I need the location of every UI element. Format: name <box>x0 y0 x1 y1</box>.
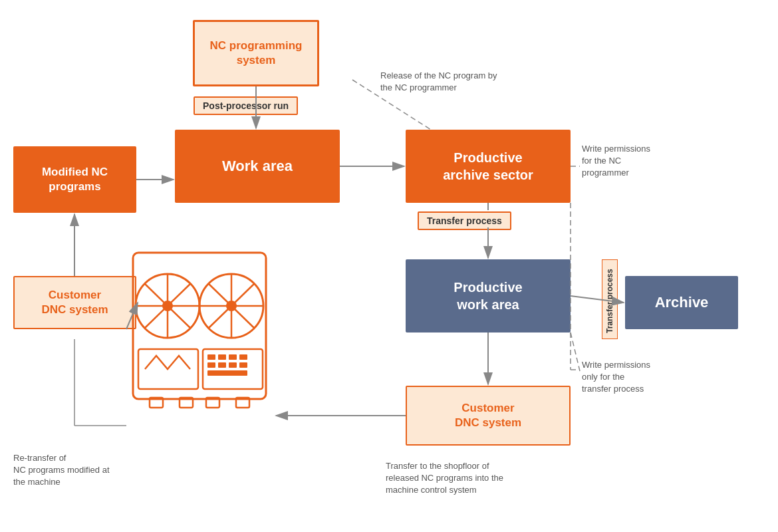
svg-rect-15 <box>207 354 215 360</box>
svg-rect-21 <box>229 362 237 368</box>
svg-rect-20 <box>218 362 226 368</box>
write-permissions-bottom-note: Write permissions only for the transfer … <box>582 359 650 396</box>
svg-rect-16 <box>218 354 226 360</box>
svg-rect-0 <box>133 253 266 399</box>
svg-rect-19 <box>207 362 215 368</box>
transfer-process-label-1: Transfer process <box>418 211 511 230</box>
svg-rect-22 <box>239 362 247 368</box>
release-note: Release of the NC program by the NC prog… <box>380 70 497 94</box>
transfer-process-vertical: Transfer process <box>602 259 618 339</box>
svg-line-43 <box>571 332 580 371</box>
modified-nc-box: Modified NC programs <box>13 146 136 213</box>
customer-dnc-top-box: Customer DNC system <box>13 276 136 329</box>
nc-programming-box: NC programming system <box>193 20 319 86</box>
svg-rect-23 <box>207 370 247 376</box>
archive-box: Archive <box>625 276 738 329</box>
post-processor-label: Post-processor run <box>194 96 298 115</box>
transfer-shopfloor-note: Transfer to the shopfloor of released NC… <box>386 460 503 497</box>
re-transfer-note: Re-transfer of NC programs modified at t… <box>13 452 110 489</box>
diagram: NC programming system Work area Producti… <box>0 0 778 532</box>
write-permissions-top-note: Write permissions for the NC programmer <box>582 143 650 180</box>
svg-rect-17 <box>229 354 237 360</box>
customer-dnc-bottom-box: Customer DNC system <box>406 386 571 446</box>
work-area-box: Work area <box>175 130 340 203</box>
productive-work-area-box: Productive work area <box>406 259 571 332</box>
machine-illustration <box>126 246 273 419</box>
svg-rect-18 <box>239 354 247 360</box>
productive-archive-box: Productive archive sector <box>406 130 571 203</box>
